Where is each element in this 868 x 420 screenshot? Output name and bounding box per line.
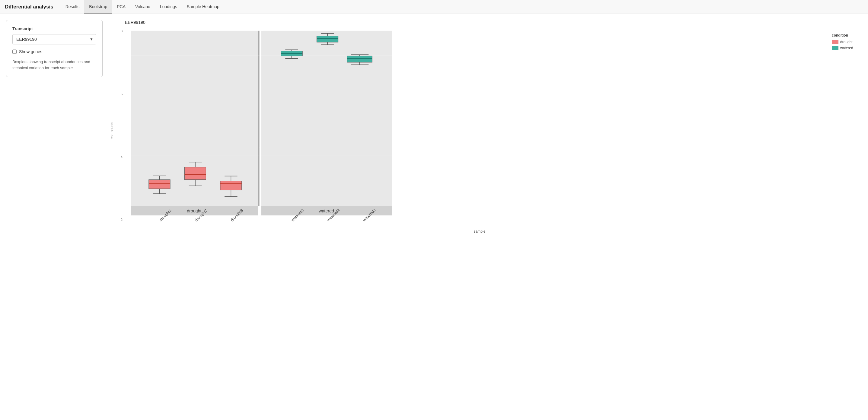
- tab-results[interactable]: Results: [61, 0, 85, 13]
- panel-description: Boxplots showing transcript abundances a…: [12, 59, 96, 71]
- y-tick-4: 4: [121, 155, 123, 159]
- chart-container: est_counts 8 6 4 2: [110, 27, 862, 233]
- tab-volcano[interactable]: Volcano: [130, 0, 155, 13]
- svg-rect-40: [149, 179, 170, 189]
- y-tick-2: 2: [121, 218, 123, 222]
- show-genes-label[interactable]: Show genes: [19, 49, 42, 54]
- svg-rect-70: [347, 56, 372, 62]
- svg-rect-46: [184, 167, 206, 179]
- sidebar-panel: Transcript EER99190 ▼ Show genes Boxplot…: [6, 20, 103, 77]
- x-axis-label: sample: [132, 229, 827, 233]
- legend-swatch-watered: [832, 46, 838, 50]
- show-genes-checkbox[interactable]: [12, 50, 17, 54]
- transcript-label: Transcript: [12, 26, 96, 31]
- svg-rect-64: [317, 36, 338, 42]
- chart-title: EER99190: [125, 20, 862, 25]
- y-axis-label: est_counts: [110, 122, 114, 139]
- facet-label-watered: watered: [318, 208, 334, 213]
- legend-label-drought: drought: [840, 40, 852, 44]
- legend-swatch-drought: [832, 40, 838, 44]
- main-content: Transcript EER99190 ▼ Show genes Boxplot…: [0, 14, 868, 240]
- tab-bootstrap[interactable]: Bootstrap: [84, 0, 112, 13]
- chart-svg: drought watered drought1 drought2 drough…: [124, 27, 395, 227]
- legend-label-watered: watered: [840, 46, 853, 50]
- plot-panels: drought watered drought1 drought2 drough…: [124, 27, 827, 233]
- tab-pca[interactable]: PCA: [112, 0, 130, 13]
- facet-label-drought: drought: [187, 208, 201, 213]
- legend-item-watered: watered: [832, 46, 862, 50]
- show-genes-row: Show genes: [12, 49, 96, 54]
- chart-legend: condition drought watered: [832, 33, 862, 52]
- nav-tabs: Results Bootstrap PCA Volcano Loadings S…: [61, 0, 224, 13]
- y-tick-8: 8: [121, 30, 123, 33]
- app-title: Differential analysis: [5, 4, 54, 10]
- transcript-select[interactable]: EER99190: [12, 34, 96, 45]
- tab-sample-heatmap[interactable]: Sample Heatmap: [182, 0, 224, 13]
- top-nav: Differential analysis Results Bootstrap …: [0, 0, 868, 14]
- plot-with-legend: drought watered drought1 drought2 drough…: [124, 27, 862, 233]
- legend-title: condition: [832, 33, 862, 37]
- chart-area: EER99190 est_counts 8 6 4 2: [110, 20, 862, 233]
- svg-rect-52: [220, 181, 242, 190]
- y-tick-6: 6: [121, 92, 123, 96]
- legend-item-drought: drought: [832, 40, 862, 44]
- transcript-select-wrapper: EER99190 ▼: [12, 34, 96, 45]
- tab-loadings[interactable]: Loadings: [155, 0, 182, 13]
